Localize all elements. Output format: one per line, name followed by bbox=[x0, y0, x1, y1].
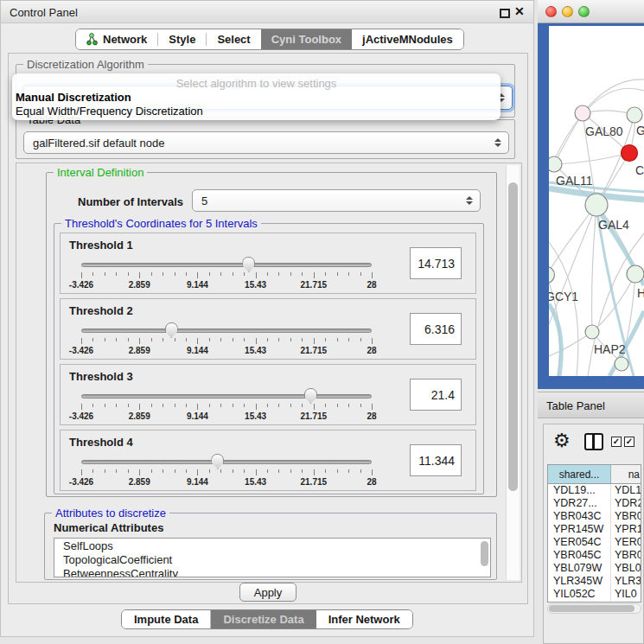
mac-zoom-button[interactable] bbox=[578, 6, 590, 17]
close-icon[interactable]: ✕ bbox=[514, 4, 525, 18]
float-window-icon[interactable] bbox=[500, 9, 510, 18]
vertical-scrollbar[interactable] bbox=[506, 165, 520, 580]
checkbox-icon[interactable]: ✓ bbox=[624, 437, 634, 447]
table-row[interactable]: YLR345WYLR3 bbox=[548, 575, 641, 588]
tick-mark bbox=[175, 338, 175, 341]
tick-mark bbox=[81, 272, 82, 278]
tab-infer-network[interactable]: Infer Network bbox=[316, 610, 412, 628]
vertical-scrollbar-thumb[interactable] bbox=[508, 182, 518, 491]
threshold-value-field[interactable]: 21.4 bbox=[410, 379, 462, 411]
tick-mark bbox=[163, 469, 163, 473]
tick-mark bbox=[81, 469, 82, 475]
gear-icon[interactable]: ⚙ bbox=[553, 429, 571, 453]
network-node[interactable] bbox=[575, 105, 590, 121]
network-node[interactable] bbox=[627, 107, 642, 123]
slider-track[interactable] bbox=[81, 460, 372, 464]
threshold-value-field[interactable]: 11.344 bbox=[410, 444, 462, 476]
slider-track[interactable] bbox=[81, 394, 372, 399]
network-node[interactable] bbox=[585, 194, 608, 216]
tick-mark bbox=[348, 272, 349, 276]
tab-impute-data[interactable]: Impute Data bbox=[122, 610, 211, 628]
table-data-combobox[interactable]: galFiltered.sif default node bbox=[23, 131, 509, 154]
table-row[interactable]: YDL19...YDL1 bbox=[548, 484, 641, 497]
network-node[interactable] bbox=[549, 156, 562, 172]
table-panel-title: Table Panel bbox=[546, 399, 605, 412]
network-node[interactable] bbox=[585, 325, 599, 339]
combo-stepper-icon bbox=[466, 196, 473, 205]
interval-definition-title: Interval Definition bbox=[54, 166, 147, 179]
network-node-selected[interactable] bbox=[622, 145, 638, 162]
control-panel-titlebar: Control Panel ✕ bbox=[1, 1, 533, 23]
table-row[interactable]: YDR27...YDR2 bbox=[548, 497, 641, 510]
node-table: shared... na YDL19...YDL1 YDR27...YDR2 Y… bbox=[547, 464, 641, 603]
column-header-name[interactable]: na bbox=[611, 465, 641, 483]
tick-mark bbox=[128, 338, 129, 341]
tick-mark bbox=[209, 404, 210, 407]
network-node[interactable] bbox=[615, 357, 628, 371]
tick-mark bbox=[92, 469, 93, 473]
slider-track[interactable] bbox=[81, 328, 372, 333]
tick-mark bbox=[128, 272, 129, 276]
tick-label: 9.144 bbox=[187, 411, 208, 421]
slider-ticks bbox=[81, 338, 372, 345]
tick-mark bbox=[209, 272, 210, 276]
slider-handle[interactable] bbox=[211, 454, 224, 469]
table-row[interactable]: YPR145WYPR1 bbox=[548, 523, 641, 536]
tab-network-label: Network bbox=[103, 33, 147, 46]
mac-minimize-button[interactable] bbox=[562, 6, 573, 17]
threshold-label: Threshold 1 bbox=[69, 239, 133, 252]
tick-mark bbox=[116, 272, 117, 276]
slider-handle[interactable] bbox=[242, 257, 255, 272]
tick-label: 21.715 bbox=[301, 477, 328, 487]
slider-track[interactable] bbox=[81, 263, 372, 267]
network-canvas[interactable]: GAL80 GA C GAL11 GAL4 GCY1 H HAP2 bbox=[549, 26, 644, 376]
threshold-value-field[interactable]: 14.713 bbox=[410, 247, 462, 279]
mac-close-button[interactable] bbox=[545, 6, 557, 17]
tick-mark bbox=[360, 469, 361, 473]
tick-mark bbox=[256, 404, 257, 410]
slider-handle[interactable] bbox=[304, 388, 317, 404]
list-item[interactable]: TopologicalCoefficient bbox=[54, 552, 490, 566]
settings-scroll-panel: Interval Definition Number of Intervals … bbox=[16, 163, 522, 583]
tick-mark bbox=[233, 469, 233, 473]
horizontal-scrollbar-thumb[interactable] bbox=[549, 605, 634, 612]
network-node[interactable] bbox=[627, 265, 644, 283]
network-node[interactable] bbox=[549, 267, 555, 284]
checkbox-icon[interactable]: ✓ bbox=[611, 437, 622, 447]
tick-mark bbox=[278, 272, 279, 276]
apply-button[interactable]: Apply bbox=[239, 583, 296, 602]
tick-mark bbox=[337, 404, 338, 407]
slider-handle[interactable] bbox=[165, 322, 178, 338]
table-row[interactable]: YBR045CYBR0 bbox=[548, 549, 641, 562]
tick-mark bbox=[175, 469, 175, 473]
tab-select[interactable]: Select bbox=[207, 29, 260, 49]
table-row[interactable]: YIL052CYIL0 bbox=[548, 588, 641, 601]
list-scrollbar-thumb[interactable] bbox=[481, 541, 488, 566]
tick-mark bbox=[116, 469, 117, 473]
tick-mark bbox=[128, 469, 129, 473]
tick-mark bbox=[105, 338, 105, 341]
tick-label: -3.426 bbox=[69, 477, 93, 487]
tab-jactivemnodules[interactable]: jActiveMNodules bbox=[352, 29, 463, 49]
table-row[interactable]: YBL079WYBL0 bbox=[548, 562, 641, 575]
node-label: GA bbox=[636, 124, 644, 137]
numerical-attributes-list[interactable]: SelfLoops TopologicalCoefficient Between… bbox=[54, 538, 491, 577]
column-header-shared[interactable]: shared... bbox=[548, 465, 611, 483]
number-of-intervals-combobox[interactable]: 5 bbox=[192, 189, 481, 212]
tab-style[interactable]: Style bbox=[158, 29, 206, 49]
columns-icon[interactable] bbox=[584, 433, 603, 450]
list-item[interactable]: BetweennessCentrality bbox=[54, 566, 490, 577]
dropdown-option-equal-width[interactable]: Equal Width/Frequency Discretization bbox=[16, 105, 203, 118]
tab-network[interactable]: Network bbox=[76, 29, 157, 49]
threshold-value-field[interactable]: 6.316 bbox=[410, 313, 462, 345]
horizontal-scrollbar[interactable] bbox=[547, 603, 641, 614]
dropdown-option-manual[interactable]: Manual Discretization bbox=[16, 91, 131, 104]
table-row[interactable]: YER054CYER0 bbox=[548, 536, 641, 549]
tick-mark bbox=[325, 404, 326, 407]
tick-mark bbox=[372, 272, 373, 278]
list-item[interactable]: SelfLoops bbox=[54, 539, 490, 552]
tab-discretize-data[interactable]: Discretize Data bbox=[211, 610, 316, 628]
tab-cyni-toolbox[interactable]: Cyni Toolbox bbox=[261, 29, 352, 49]
tick-mark bbox=[302, 338, 303, 341]
table-row[interactable]: YBR043CYBR0 bbox=[548, 510, 641, 523]
